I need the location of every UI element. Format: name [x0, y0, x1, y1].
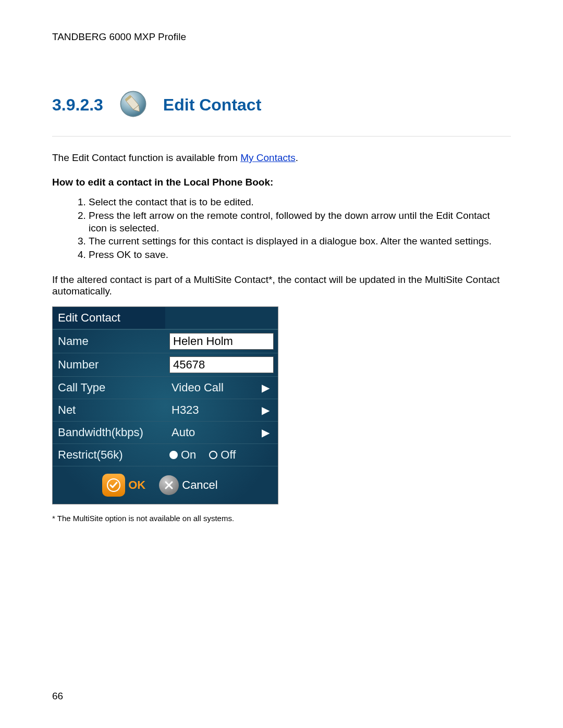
check-icon: [106, 478, 121, 492]
chevron-right-icon[interactable]: ▶: [262, 381, 274, 394]
ok-button[interactable]: [102, 474, 125, 497]
list-item: Select the contact that is to be edited.: [89, 196, 511, 208]
bandwidth-select[interactable]: Auto: [169, 426, 262, 439]
restrict-on-radio[interactable]: On: [169, 448, 196, 462]
calltype-select[interactable]: Video Call: [169, 381, 262, 394]
chevron-right-icon[interactable]: ▶: [262, 426, 274, 439]
intro-suffix: .: [296, 152, 298, 163]
list-item: Press OK to save.: [89, 249, 511, 261]
cancel-label: Cancel: [182, 478, 217, 492]
section-number: 3.9.2.3: [52, 95, 103, 115]
number-label: Number: [53, 354, 165, 376]
chevron-right-icon[interactable]: ▶: [262, 404, 274, 416]
net-select[interactable]: H323: [169, 403, 262, 417]
list-item: The current settings for this contact is…: [89, 235, 511, 248]
restrict-off-radio[interactable]: Off: [209, 448, 236, 462]
net-label: Net: [53, 399, 165, 421]
radio-icon: [209, 451, 217, 459]
page-number: 66: [52, 690, 63, 702]
restrict-off-label: Off: [221, 448, 236, 462]
number-field[interactable]: 45678: [169, 356, 274, 373]
my-contacts-link[interactable]: My Contacts: [240, 152, 296, 163]
name-label: Name: [53, 330, 165, 352]
bandwidth-label: Bandwidth(kbps): [53, 422, 165, 443]
footnote: * The MultiSite option is not available …: [52, 514, 511, 523]
intro-paragraph: The Edit Contact function is available f…: [52, 152, 511, 164]
dialog-title: Edit Contact: [53, 307, 165, 329]
calltype-label: Call Type: [53, 377, 165, 399]
name-field[interactable]: Helen Holm: [169, 333, 274, 350]
ok-label: OK: [128, 478, 145, 492]
steps-list: Select the contact that is to be edited.…: [52, 196, 511, 261]
pencil-edit-icon: [119, 90, 148, 120]
document-header: TANDBERG 6000 MXP Profile: [52, 31, 511, 43]
close-icon: [164, 480, 174, 490]
cancel-button[interactable]: [159, 475, 179, 495]
list-item: Press the left arrow on the remote contr…: [89, 209, 511, 235]
edit-contact-dialog: Edit Contact Name Helen Holm Number 4567…: [52, 306, 278, 504]
intro-prefix: The Edit Contact function is available f…: [52, 152, 240, 163]
section-title: Edit Contact: [163, 95, 261, 115]
section-heading: 3.9.2.3 Edit Contact: [52, 90, 511, 137]
howto-heading: How to edit a contact in the Local Phone…: [52, 177, 511, 188]
radio-icon: [169, 451, 178, 459]
post-note: If the altered contact is part of a Mult…: [52, 274, 511, 297]
restrict-on-label: On: [181, 448, 196, 462]
restrict-label: Restrict(56k): [53, 444, 165, 466]
